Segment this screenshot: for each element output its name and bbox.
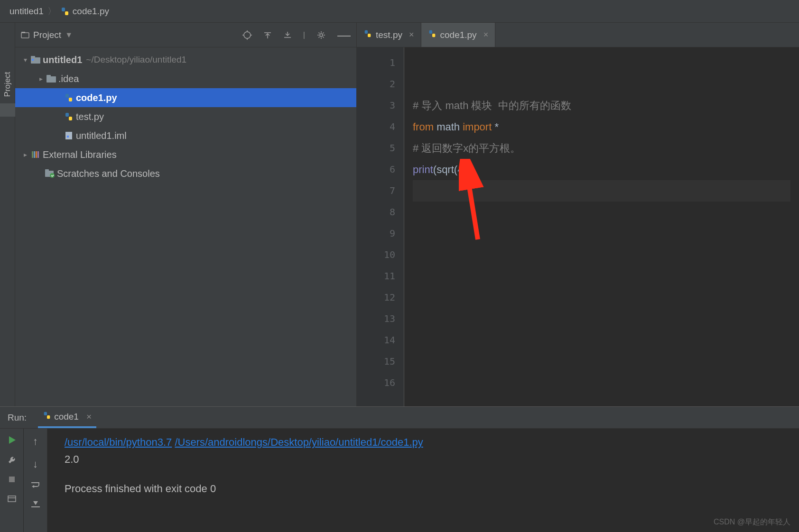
project-tree[interactable]: ▾ untitled1 ~/Desktop/yiliao/untitled1 ▸…: [15, 47, 356, 406]
svg-rect-25: [32, 151, 33, 158]
svg-rect-21: [65, 113, 69, 117]
layout-icon[interactable]: [7, 494, 17, 504]
svg-rect-19: [65, 94, 69, 98]
interpreter-link[interactable]: /usr/local/bin/python3.7: [65, 436, 172, 448]
svg-rect-3: [21, 32, 25, 33]
project-folder-icon: [29, 56, 42, 64]
line-number: 8: [357, 202, 404, 223]
expand-arrow-icon[interactable]: ▾: [21, 56, 29, 64]
scroll-down-icon[interactable]: ↓: [33, 458, 38, 470]
editor-tabs: test.py × code1.py ×: [357, 23, 799, 47]
code-area[interactable]: # 导入 math 模块 中的所有的函数 from math import * …: [404, 47, 799, 406]
line-number: 13: [357, 308, 404, 330]
svg-rect-35: [432, 34, 435, 37]
sidebar-tab-indicator[interactable]: [0, 103, 15, 117]
locate-icon[interactable]: [242, 30, 252, 40]
run-title: Run:: [8, 413, 27, 423]
scroll-up-icon[interactable]: ↑: [33, 435, 38, 448]
svg-rect-1: [65, 11, 68, 15]
tree-item-test[interactable]: test.py: [15, 107, 356, 126]
libraries-icon: [29, 150, 42, 159]
divider: |: [303, 31, 305, 39]
svg-rect-24: [67, 136, 69, 138]
expand-all-icon[interactable]: [263, 31, 272, 39]
console-command-line: /usr/local/bin/python3.7 /Users/androidl…: [65, 436, 782, 449]
tree-item-label: External Libraries: [43, 149, 117, 160]
svg-point-31: [50, 173, 55, 178]
python-file-icon: [63, 93, 75, 102]
tool-window-bar-left: Project: [0, 23, 15, 406]
run-tab-code1[interactable]: code1 ×: [38, 407, 96, 428]
svg-marker-46: [33, 501, 38, 505]
line-number: 5: [357, 138, 404, 159]
breadcrumb-separator: 〉: [47, 5, 56, 18]
tab-label: code1.py: [440, 30, 477, 40]
svg-marker-40: [9, 436, 16, 444]
line-number: 7: [357, 180, 404, 202]
tree-item-external-libs[interactable]: ▸ External Libraries: [15, 145, 356, 164]
close-icon[interactable]: ×: [483, 30, 489, 40]
editor-gutter[interactable]: 1 2 3 4 5 6 7 8 9 10 11 12 13 14 15 16: [357, 47, 404, 406]
console-output[interactable]: /usr/local/bin/python3.7 /Users/androidl…: [47, 429, 799, 532]
python-file-icon: [363, 29, 372, 40]
rerun-icon[interactable]: [7, 435, 17, 445]
line-number: 10: [357, 244, 404, 266]
code-func: sqrt: [437, 164, 454, 175]
gear-icon[interactable]: [316, 30, 326, 40]
editor-panel: test.py × code1.py × 1 2 3 4 5 6 7 8 9 1…: [357, 23, 799, 406]
code-func: print: [413, 164, 433, 175]
console-exit: Process finished with exit code 0: [65, 483, 782, 495]
collapse-arrow-icon[interactable]: ▸: [37, 75, 45, 83]
tree-item-idea[interactable]: ▸ .idea: [15, 69, 356, 88]
line-number: 16: [357, 372, 404, 394]
tree-root[interactable]: ▾ untitled1 ~/Desktop/yiliao/untitled1: [15, 50, 356, 69]
tree-root-path: ~/Desktop/yiliao/untitled1: [86, 55, 186, 65]
stop-icon[interactable]: [8, 475, 16, 484]
soft-wrap-icon[interactable]: [30, 481, 41, 489]
svg-rect-16: [32, 59, 34, 61]
dropdown-icon[interactable]: ▼: [65, 31, 73, 39]
tree-item-scratches[interactable]: Scratches and Consoles: [15, 164, 356, 183]
script-link[interactable]: /Users/androidlongs/Desktop/yiliao/untit…: [175, 436, 423, 448]
tree-item-iml[interactable]: untitled1.iml: [15, 126, 356, 145]
tab-code1-py[interactable]: code1.py ×: [421, 23, 496, 47]
line-number: 12: [357, 287, 404, 308]
svg-marker-44: [32, 485, 34, 488]
project-panel-header: Project ▼ | —: [15, 23, 356, 47]
svg-rect-30: [45, 169, 49, 172]
sidebar-tab-project[interactable]: Project: [3, 72, 12, 97]
tree-item-code1[interactable]: code1.py: [15, 88, 356, 107]
run-header: Run: code1 ×: [0, 407, 799, 429]
console-result: 2.0: [65, 453, 782, 466]
svg-rect-39: [47, 415, 50, 419]
svg-rect-34: [429, 30, 432, 34]
tab-test-py[interactable]: test.py ×: [357, 23, 421, 47]
project-icon: [21, 31, 29, 39]
collapse-all-icon[interactable]: [283, 31, 292, 39]
scroll-to-end-icon[interactable]: [30, 500, 41, 508]
line-number: 3: [357, 95, 404, 116]
svg-rect-18: [46, 75, 51, 77]
svg-rect-41: [9, 477, 15, 482]
svg-rect-33: [368, 34, 371, 37]
svg-rect-38: [44, 412, 47, 415]
minimize-icon[interactable]: —: [337, 33, 351, 37]
wrench-icon[interactable]: [7, 455, 17, 465]
code-module: math: [437, 121, 460, 133]
line-number: 4: [357, 116, 404, 138]
project-panel-title: Project: [33, 30, 61, 40]
collapse-arrow-icon[interactable]: ▸: [21, 151, 29, 158]
svg-rect-26: [34, 151, 35, 158]
code-comment: # 导入 math 模块 中的所有的函数: [413, 100, 571, 111]
line-number: 6: [357, 159, 404, 180]
line-number: 15: [357, 351, 404, 372]
close-icon[interactable]: ×: [86, 412, 92, 422]
breadcrumb: untitled1 〉 code1.py: [0, 0, 799, 23]
breadcrumb-root[interactable]: untitled1: [9, 6, 44, 17]
python-file-icon: [63, 112, 75, 121]
breadcrumb-file[interactable]: code1.py: [73, 6, 109, 17]
close-icon[interactable]: ×: [409, 30, 414, 40]
tree-item-label: .idea: [58, 73, 79, 84]
svg-rect-32: [365, 30, 368, 34]
line-number: 2: [357, 73, 404, 95]
